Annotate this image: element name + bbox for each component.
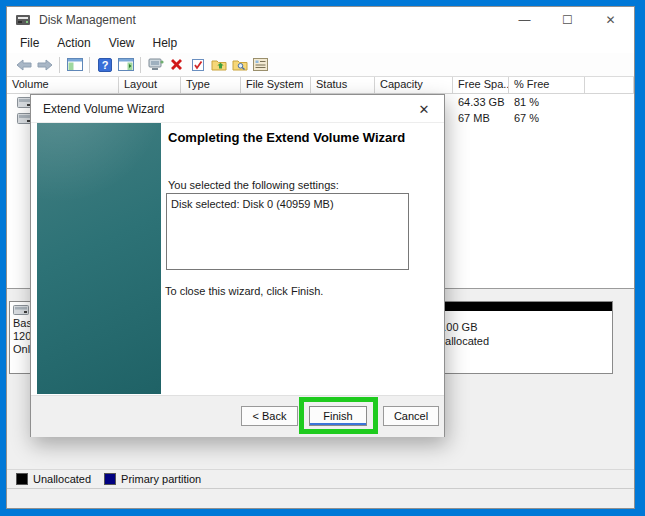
wizard-content: Completing the Extend Volume Wizard You … <box>31 123 444 394</box>
unallocated-band <box>426 302 612 311</box>
disk-icon <box>13 305 29 315</box>
percent-free-value: 81 % <box>509 96 585 108</box>
properties-icon[interactable] <box>250 55 271 75</box>
legend-bar: Unallocated Primary partition <box>7 469 634 488</box>
unallocated-segment[interactable]: 40.00 GB Unallocated <box>425 301 613 374</box>
toolbar: ? <box>7 53 634 77</box>
unallocated-size: 40.00 GB <box>431 320 612 334</box>
toolbar-separator <box>89 57 90 73</box>
actions-pane-icon[interactable] <box>115 55 136 75</box>
wizard-title-bar: Extend Volume Wizard ✕ <box>31 95 444 123</box>
minimize-button[interactable]: — <box>503 7 546 33</box>
wizard-closing-note: To close this wizard, click Finish. <box>165 285 323 297</box>
toolbar-separator <box>140 57 141 73</box>
wizard-title: Extend Volume Wizard <box>43 102 164 116</box>
help-icon[interactable]: ? <box>94 55 115 75</box>
menu-view[interactable]: View <box>100 34 144 52</box>
maximize-button[interactable]: ☐ <box>546 7 589 33</box>
volume-list-header: Volume Layout Type File System Status Ca… <box>7 77 634 94</box>
finish-highlight-annotation <box>299 397 378 434</box>
settings-list-box[interactable]: Disk selected: Disk 0 (40959 MB) <box>166 193 409 270</box>
menu-help[interactable]: Help <box>144 34 187 52</box>
menu-bar: File Action View Help <box>7 33 634 53</box>
column-header-status[interactable]: Status <box>311 77 375 93</box>
primary-partition-swatch <box>104 473 116 485</box>
folder-search-icon[interactable] <box>229 55 250 75</box>
free-space-value: 64.33 GB <box>453 96 509 108</box>
toolbar-separator <box>59 57 60 73</box>
console-tree-icon[interactable] <box>64 55 85 75</box>
legend-label-unallocated: Unallocated <box>33 473 91 485</box>
percent-free-value: 67 % <box>509 112 585 124</box>
desktop-background: Disk Management — ☐ ✕ File Action View H… <box>0 0 645 516</box>
unallocated-swatch <box>16 473 28 485</box>
back-button[interactable]: < Back <box>241 406 298 426</box>
settings-item: Disk selected: Disk 0 (40959 MB) <box>171 197 404 211</box>
menu-action[interactable]: Action <box>48 34 99 52</box>
menu-file[interactable]: File <box>11 34 48 52</box>
caption-buttons: — ☐ ✕ <box>503 7 632 33</box>
wizard-sidebar-art <box>37 123 161 394</box>
disk-management-app-icon <box>15 13 31 27</box>
back-icon[interactable] <box>13 55 34 75</box>
unallocated-label: Unallocated <box>431 334 612 348</box>
extend-volume-wizard-dialog: Extend Volume Wizard ✕ Completing the Ex… <box>30 94 445 437</box>
forward-icon[interactable] <box>34 55 55 75</box>
title-bar: Disk Management — ☐ ✕ <box>7 7 634 33</box>
column-header-filler <box>585 77 634 93</box>
column-header-volume[interactable]: Volume <box>7 77 119 93</box>
check-icon[interactable] <box>187 55 208 75</box>
column-header-capacity[interactable]: Capacity <box>375 77 453 93</box>
delete-icon[interactable] <box>166 55 187 75</box>
cancel-button[interactable]: Cancel <box>383 406 439 426</box>
wizard-instruction: You selected the following settings: <box>168 179 339 191</box>
screen-icon[interactable] <box>145 55 166 75</box>
wizard-close-icon[interactable]: ✕ <box>408 95 440 123</box>
column-header-percent-free[interactable]: % Free <box>509 77 585 93</box>
wizard-button-bar: < Back Finish Cancel <box>31 395 444 437</box>
column-header-type[interactable]: Type <box>181 77 241 93</box>
window-title: Disk Management <box>39 13 136 27</box>
free-space-value: 67 MB <box>453 112 509 124</box>
column-header-layout[interactable]: Layout <box>119 77 181 93</box>
column-header-free-space[interactable]: Free Spa... <box>453 77 509 93</box>
folder-up-icon[interactable] <box>208 55 229 75</box>
svg-text:?: ? <box>101 59 108 71</box>
close-button[interactable]: ✕ <box>589 7 632 33</box>
column-header-file-system[interactable]: File System <box>241 77 311 93</box>
legend-label-primary: Primary partition <box>121 473 201 485</box>
status-bar <box>7 488 634 508</box>
wizard-heading: Completing the Extend Volume Wizard <box>168 128 430 147</box>
